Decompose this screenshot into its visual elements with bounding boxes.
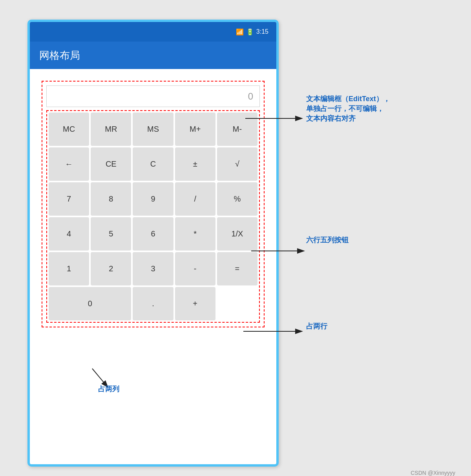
btn-divide[interactable]: / <box>175 182 215 216</box>
time-display: 3:15 <box>256 28 268 35</box>
phone-frame: 📶 🔋 3:15 网格布局 0 MC MR <box>27 20 279 467</box>
btn-add[interactable]: + <box>175 287 215 320</box>
annotation-twocols-text: 占两列 <box>98 385 119 393</box>
app-title: 网格布局 <box>39 49 80 62</box>
annotation-tworows-text: 占两行 <box>306 322 327 330</box>
annotation-edittext: 文本编辑框（EditText），单独占一行，不可编辑，文本内容右对齐 <box>306 94 440 124</box>
btn-mr[interactable]: MR <box>91 113 131 146</box>
btn-mc[interactable]: MC <box>49 113 89 146</box>
btn-backspace[interactable]: ← <box>49 147 89 181</box>
annotation-edittext-text: 文本编辑框（EditText），单独占一行，不可编辑，文本内容右对齐 <box>306 95 390 122</box>
btn-6[interactable]: 6 <box>133 217 173 251</box>
btn-4[interactable]: 4 <box>49 217 89 251</box>
btn-8[interactable]: 8 <box>91 182 131 216</box>
battery-icon: 🔋 <box>246 28 254 36</box>
annotation-grid-text: 六行五列按钮 <box>306 236 349 244</box>
btn-2[interactable]: 2 <box>91 252 131 285</box>
btn-reciprocal[interactable]: 1/X <box>217 217 257 251</box>
btn-mminus[interactable]: M- <box>217 113 257 146</box>
annotation-grid: 六行五列按钮 <box>306 235 349 245</box>
btn-plusminus[interactable]: ± <box>175 147 215 181</box>
calculator-grid-border: MC MR MS M+ M- ← CE C ± √ 7 8 <box>46 110 260 323</box>
calculator-outer-border: 0 MC MR MS M+ M- ← CE C ± <box>42 81 265 327</box>
btn-multiply[interactable]: * <box>175 217 215 251</box>
display-value: 0 <box>248 91 253 102</box>
btn-0[interactable]: 0 <box>49 287 131 320</box>
btn-7[interactable]: 7 <box>49 182 89 216</box>
status-bar: 📶 🔋 3:15 <box>30 22 276 42</box>
status-icons: 📶 🔋 3:15 <box>236 28 268 36</box>
btn-1[interactable]: 1 <box>49 252 89 285</box>
btn-subtract[interactable]: - <box>175 252 215 285</box>
btn-ms[interactable]: MS <box>133 113 173 146</box>
annotation-twocols: 占两列 <box>98 384 119 394</box>
btn-9[interactable]: 9 <box>133 182 173 216</box>
signal-icon: 📶 <box>236 28 244 36</box>
btn-ce[interactable]: CE <box>91 147 131 181</box>
btn-percent[interactable]: % <box>217 182 257 216</box>
btn-3[interactable]: 3 <box>133 252 173 285</box>
btn-c[interactable]: C <box>133 147 173 181</box>
calculator-grid: MC MR MS M+ M- ← CE C ± √ 7 8 <box>49 113 257 320</box>
btn-mplus[interactable]: M+ <box>175 113 215 146</box>
app-bar: 网格布局 <box>30 42 276 69</box>
btn-dot[interactable]: . <box>133 287 173 320</box>
calculator-display: 0 <box>46 85 260 107</box>
csdn-label: CSDN @Xinnyyyy <box>411 470 455 476</box>
btn-5[interactable]: 5 <box>91 217 131 251</box>
page-container: 📶 🔋 3:15 网格布局 0 MC MR <box>8 8 463 476</box>
csdn-text: CSDN @Xinnyyyy <box>411 470 455 476</box>
main-content: 0 MC MR MS M+ M- ← CE C ± <box>30 69 276 339</box>
annotation-tworows: 占两行 <box>306 322 327 331</box>
btn-sqrt[interactable]: √ <box>217 147 257 181</box>
btn-equals[interactable]: = <box>217 252 257 285</box>
